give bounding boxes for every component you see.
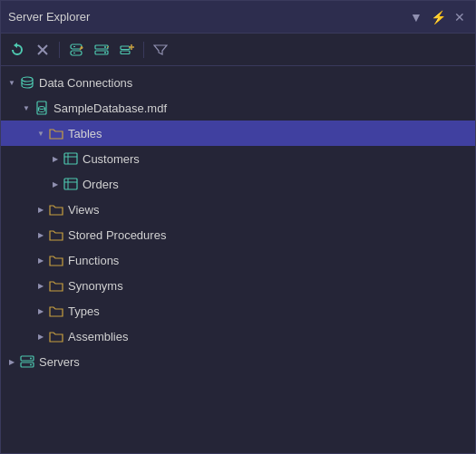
svg-point-19 [39,107,45,110]
tree-item-tables[interactable]: Tables [1,121,475,146]
tree-item-customers[interactable]: Customers [1,146,475,171]
tree-container[interactable]: Data Connections SampleDatabase.mdf [1,66,475,453]
table-orders-icon [63,176,79,192]
sample-db-label: SampleDatabase.mdf [53,101,167,115]
toggle-stored-procedures[interactable] [34,227,48,242]
refresh-button[interactable] [6,39,28,61]
toggle-orders[interactable] [48,177,63,191]
svg-rect-13 [121,46,130,50]
title-bar-controls: ▼ ⚡ ✕ [408,9,468,25]
pin-btn[interactable]: ⚡ [430,9,446,25]
folder-views-icon [48,201,64,217]
svg-point-29 [30,364,32,366]
customers-label: Customers [83,152,140,166]
tree-item-data-connections[interactable]: Data Connections [1,70,475,95]
svg-rect-23 [64,179,77,189]
tree-item-types[interactable]: Types [1,298,475,324]
svg-point-17 [22,77,33,82]
toggle-assemblies[interactable] [34,329,48,343]
title-bar: Server Explorer ▼ ⚡ ✕ [1,1,475,34]
svg-rect-3 [71,51,82,55]
db-file-icon [34,100,50,116]
tree-item-functions[interactable]: Functions [1,247,475,273]
connect-db-button[interactable] [65,39,87,61]
svg-point-10 [104,46,106,48]
tree-item-synonyms[interactable]: Synonyms [1,273,475,298]
folder-tables-icon [48,125,64,141]
toggle-tables[interactable] [34,126,48,140]
toggle-servers[interactable] [5,354,19,369]
stored-procedures-label: Stored Procedures [68,228,166,242]
svg-point-28 [30,358,32,360]
title-bar-left: Server Explorer [8,10,90,24]
folder-types-icon [48,303,64,319]
views-label: Views [68,203,99,217]
functions-label: Functions [68,254,119,267]
data-connections-label: Data Connections [39,76,132,90]
folder-functions-icon [48,252,64,268]
svg-point-7 [81,46,83,49]
server-explorer-window: Server Explorer ▼ ⚡ ✕ [0,0,476,454]
types-label: Types [68,304,100,318]
connect-server-button[interactable] [91,39,112,61]
synonyms-label: Synonyms [68,279,123,293]
close-btn[interactable]: ✕ [452,9,468,25]
toggle-functions[interactable] [34,253,48,267]
folder-stored-proc-icon [48,227,64,243]
svg-rect-2 [71,44,82,49]
tree-item-stored-procedures[interactable]: Stored Procedures [1,222,475,247]
add-connection-button[interactable] [116,39,138,61]
folder-synonyms-icon [48,277,64,294]
toggle-sample-db[interactable] [19,101,34,115]
orders-label: Orders [83,178,119,191]
tree-item-assemblies[interactable]: Assemblies [1,324,475,349]
svg-rect-20 [64,153,77,164]
svg-rect-14 [121,51,130,54]
toolbar [1,34,475,66]
tables-label: Tables [68,127,102,140]
dropdown-btn[interactable]: ▼ [408,9,424,25]
stop-button[interactable] [32,39,53,61]
tree-item-orders[interactable]: Orders [1,171,475,197]
toggle-views[interactable] [34,202,48,217]
assemblies-label: Assemblies [68,330,128,343]
toggle-synonyms[interactable] [34,278,48,293]
window-title: Server Explorer [8,10,90,24]
servers-label: Servers [39,355,80,369]
tree-item-servers[interactable]: Servers [1,349,475,374]
db-icon [19,74,35,91]
tree-item-sample-db[interactable]: SampleDatabase.mdf [1,95,475,121]
folder-assemblies-icon [48,328,64,344]
svg-point-11 [104,52,106,53]
table-customers-icon [63,150,79,167]
server-icon [19,353,35,370]
toggle-customers[interactable] [48,151,63,166]
tree-item-views[interactable]: Views [1,197,475,222]
svg-line-12 [107,46,109,48]
toolbar-separator-2 [143,42,144,58]
toggle-types[interactable] [34,304,48,318]
toolbar-separator-1 [59,42,60,58]
toggle-data-connections[interactable] [5,75,19,90]
filter-button[interactable] [150,39,171,61]
